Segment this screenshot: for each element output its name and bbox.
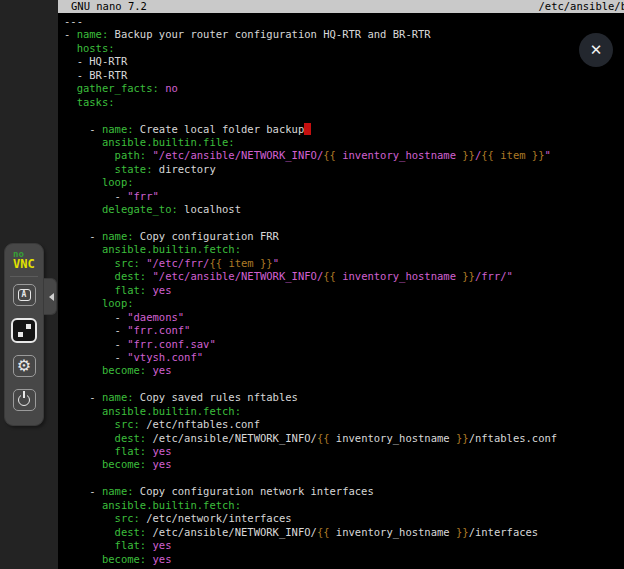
code-line: state: directory bbox=[64, 163, 624, 176]
code-segment: localhost bbox=[178, 203, 241, 215]
code-line: - "frr.conf.sav" bbox=[64, 338, 624, 351]
code-line: - name: Copy configuration FRR bbox=[64, 230, 624, 243]
code-segment: Backup your router configuration HQ-RTR … bbox=[108, 28, 430, 40]
code-segment bbox=[64, 82, 77, 94]
power-icon bbox=[18, 394, 30, 406]
code-segment: /etc/nftables.conf bbox=[140, 418, 260, 430]
close-button[interactable]: ✕ bbox=[579, 33, 613, 67]
code-line bbox=[64, 472, 624, 485]
code-segment: {{ item }} bbox=[209, 257, 272, 269]
code-line: flat: yes bbox=[64, 445, 624, 458]
code-segment bbox=[64, 149, 115, 161]
code-line: - name: Copy configuration network inter… bbox=[64, 485, 624, 498]
code-segment bbox=[64, 432, 115, 444]
code-segment: inventory_hostname bbox=[336, 270, 462, 282]
keyboard-button[interactable]: A bbox=[13, 284, 36, 306]
power-button[interactable] bbox=[13, 389, 36, 411]
code-segment: - bbox=[64, 485, 102, 497]
code-line: gather_facts: no bbox=[64, 82, 624, 95]
code-segment: yes bbox=[153, 284, 172, 296]
code-segment: become: bbox=[102, 458, 146, 470]
code-segment: Copy saved rules nftables bbox=[134, 391, 298, 403]
fullscreen-button[interactable] bbox=[11, 318, 37, 343]
code-line: flat: yes bbox=[64, 539, 624, 552]
code-line: ansible.builtin.fetch: bbox=[64, 405, 624, 418]
control-bar-handle[interactable] bbox=[44, 278, 57, 315]
code-segment: --- bbox=[64, 15, 83, 27]
code-line: hosts: bbox=[64, 42, 624, 55]
code-line: dest: "/etc/ansible/NETWORK_INFO/{{ inve… bbox=[64, 270, 624, 283]
code-line: - "frr" bbox=[64, 190, 624, 203]
code-segment bbox=[64, 176, 102, 188]
code-segment: }} bbox=[462, 270, 475, 282]
code-segment bbox=[64, 203, 102, 215]
novnc-logo-vnc: VNC bbox=[13, 258, 35, 270]
code-line: - "frr.conf" bbox=[64, 324, 624, 337]
collapse-arrow-icon bbox=[49, 293, 54, 301]
code-segment: state: bbox=[115, 163, 153, 175]
code-segment: yes bbox=[153, 539, 172, 551]
code-line: - name: Create local folder backup bbox=[64, 123, 624, 136]
code-segment: loop: bbox=[102, 176, 134, 188]
code-segment: {{ bbox=[323, 149, 336, 161]
keyboard-icon: A bbox=[18, 289, 31, 301]
code-segment: /nftables.conf bbox=[469, 432, 558, 444]
code-segment bbox=[64, 405, 102, 417]
code-area[interactable]: ---- name: Backup your router configurat… bbox=[58, 13, 624, 566]
code-segment: Copy configuration FRR bbox=[134, 230, 279, 242]
code-segment: yes bbox=[153, 458, 172, 470]
code-segment: - BR-RTR bbox=[64, 69, 127, 81]
settings-button[interactable]: ⚙ bbox=[13, 355, 36, 377]
code-segment: name: bbox=[102, 391, 134, 403]
code-line: - BR-RTR bbox=[64, 69, 624, 82]
code-segment: flat: bbox=[115, 539, 147, 551]
code-segment bbox=[64, 297, 102, 309]
code-line bbox=[64, 109, 624, 122]
code-segment: src: bbox=[115, 418, 140, 430]
vnc-control-bar: no VNC A⚙ bbox=[4, 243, 44, 426]
code-segment: - bbox=[64, 28, 77, 40]
code-segment bbox=[64, 96, 77, 108]
code-segment: path: bbox=[115, 149, 147, 161]
code-segment: yes bbox=[153, 553, 172, 565]
close-icon: ✕ bbox=[590, 43, 603, 58]
code-segment bbox=[64, 539, 115, 551]
code-segment: yes bbox=[153, 364, 172, 376]
code-line: path: "/etc/ansible/NETWORK_INFO/{{ inve… bbox=[64, 149, 624, 162]
code-segment: name: bbox=[102, 230, 134, 242]
code-line: delegate_to: localhost bbox=[64, 203, 624, 216]
code-segment bbox=[64, 243, 102, 255]
code-segment: /etc/network/interfaces bbox=[140, 512, 292, 524]
code-segment: }} bbox=[456, 432, 469, 444]
code-line: src: /etc/network/interfaces bbox=[64, 512, 624, 525]
code-segment bbox=[64, 512, 115, 524]
code-line: become: yes bbox=[64, 553, 624, 566]
code-segment: no bbox=[165, 82, 178, 94]
code-segment bbox=[64, 284, 115, 296]
code-line: become: yes bbox=[64, 364, 624, 377]
code-segment: - bbox=[64, 190, 127, 202]
code-segment: dest: bbox=[115, 432, 147, 444]
code-line: loop: bbox=[64, 297, 624, 310]
code-line: - "vtysh.conf" bbox=[64, 351, 624, 364]
code-line: ansible.builtin.fetch: bbox=[64, 499, 624, 512]
code-line: ansible.builtin.file: bbox=[64, 136, 624, 149]
code-segment: become: bbox=[102, 364, 146, 376]
code-segment: " bbox=[545, 149, 551, 161]
code-segment: - bbox=[64, 123, 102, 135]
code-line: - HQ-RTR bbox=[64, 55, 624, 68]
code-segment: "frr.conf.sav" bbox=[127, 338, 216, 350]
code-segment: directory bbox=[153, 163, 216, 175]
text-cursor bbox=[304, 123, 310, 135]
code-segment bbox=[64, 553, 102, 565]
vnc-buttons: A⚙ bbox=[11, 284, 37, 411]
code-segment: "/etc/frr/ bbox=[146, 257, 209, 269]
code-segment: dest: bbox=[115, 270, 147, 282]
code-segment bbox=[64, 136, 102, 148]
code-segment: " bbox=[273, 257, 279, 269]
code-segment: - bbox=[64, 324, 127, 336]
code-segment bbox=[64, 364, 102, 376]
novnc-logo: no VNC bbox=[5, 250, 35, 270]
code-line: loop: bbox=[64, 176, 624, 189]
code-segment: name: bbox=[102, 123, 134, 135]
